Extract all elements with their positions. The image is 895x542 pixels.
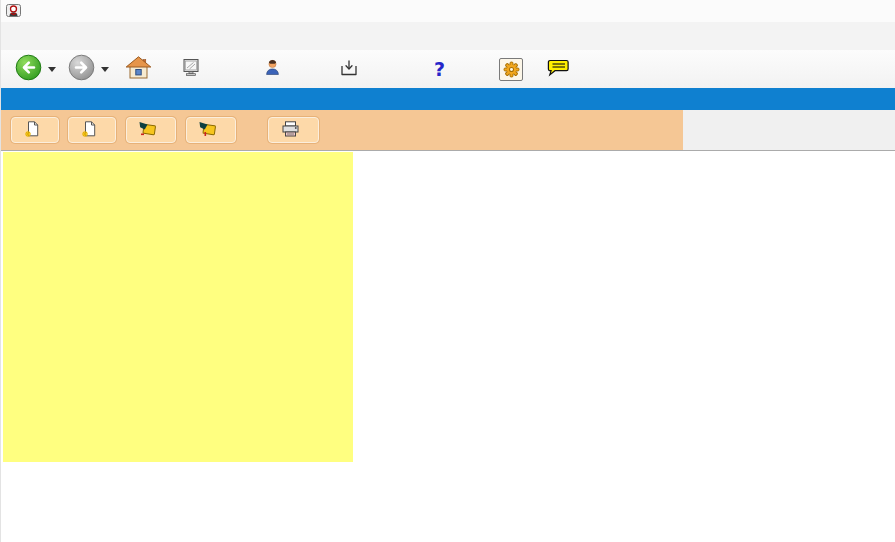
back-icon <box>15 54 42 84</box>
new-document-icon <box>81 121 97 140</box>
home-icon <box>125 56 152 82</box>
action-toolbar-band <box>1 110 683 150</box>
coleta-button[interactable] <box>337 57 367 82</box>
avaliar-button[interactable] <box>544 57 579 82</box>
app-window: ? <box>0 0 895 542</box>
mirror-icon <box>181 58 201 81</box>
excluir-button[interactable] <box>186 117 236 143</box>
new-document-icon <box>24 121 40 140</box>
forward-button[interactable] <box>68 54 95 84</box>
main-toolbar: ? <box>1 50 895 88</box>
action-toolbar <box>1 110 895 151</box>
speech-bubble-icon <box>547 59 570 80</box>
criar-subcategoria-button[interactable] <box>68 117 116 143</box>
sem-ponto-button[interactable] <box>496 56 532 83</box>
category-tree <box>3 152 353 462</box>
home-button[interactable] <box>125 56 152 82</box>
erase-note-icon <box>199 121 217 140</box>
action-toolbar-spacer <box>683 110 895 150</box>
suporte-button[interactable]: ? <box>431 58 454 80</box>
printer-icon <box>281 121 300 140</box>
forward-icon <box>68 54 95 84</box>
menu-bar <box>1 22 895 50</box>
rename-note-icon <box>139 121 157 140</box>
person-icon <box>263 58 282 80</box>
back-button[interactable] <box>15 54 42 84</box>
forward-dropdown-caret[interactable] <box>101 67 109 72</box>
page-title-bar <box>1 88 895 110</box>
espelho-button[interactable] <box>178 56 210 83</box>
app-icon <box>6 3 22 19</box>
back-dropdown-caret[interactable] <box>48 67 56 72</box>
criar-categoria-button[interactable] <box>11 117 59 143</box>
titlebar <box>1 0 895 22</box>
gear-icon <box>499 58 523 81</box>
pessoas-button[interactable] <box>260 56 291 82</box>
renomear-button[interactable] <box>126 117 176 143</box>
ver-impressao-button[interactable] <box>268 117 319 143</box>
inbox-download-icon <box>340 59 358 80</box>
content-area <box>1 151 895 542</box>
question-mark-icon: ? <box>434 60 445 78</box>
